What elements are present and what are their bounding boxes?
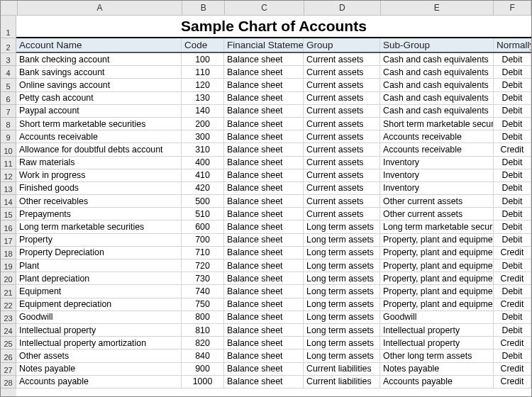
cell-account-name[interactable]: Accounts receivable	[16, 130, 182, 142]
cell-group[interactable]: Long term assets	[304, 234, 380, 246]
cell-sub-group[interactable]: Notes payable	[380, 363, 494, 375]
cell-sub-group[interactable]: Intellectual property	[380, 324, 494, 336]
cell-account-name[interactable]: Goodwill	[16, 311, 182, 323]
row-head-11[interactable]: 11	[1, 157, 16, 169]
row-head-16[interactable]: 16	[1, 220, 16, 233]
row-head-12[interactable]: 12	[1, 169, 16, 182]
header-group[interactable]: Group	[304, 38, 380, 52]
cell-financial-statement[interactable]: Balance sheet	[224, 169, 304, 181]
cell-group[interactable]: Current assets	[304, 208, 380, 220]
cell-financial-statement[interactable]: Balance sheet	[224, 53, 304, 65]
cell-account-name[interactable]: Raw materials	[16, 157, 182, 169]
cell-account-name[interactable]: Prepayments	[16, 208, 182, 220]
cell-code[interactable]: 720	[182, 259, 224, 272]
cell-financial-statement[interactable]: Balance sheet	[224, 157, 304, 169]
cell-normally[interactable]: Debit	[494, 220, 531, 233]
cell-normally[interactable]: Credit	[494, 298, 531, 311]
cell-group[interactable]: Long term assets	[304, 324, 380, 336]
cell-financial-statement[interactable]: Balance sheet	[224, 130, 304, 142]
row-head-13[interactable]: 13	[1, 182, 16, 195]
cell-code[interactable]: 130	[182, 92, 224, 104]
cell-account-name[interactable]: Bank savings account	[16, 66, 182, 78]
row-head-8[interactable]: 8	[1, 118, 16, 130]
cell-group[interactable]: Current assets	[304, 79, 380, 91]
cell-account-name[interactable]: Online savings account	[16, 79, 182, 91]
cell-group[interactable]: Long term assets	[304, 247, 380, 259]
cell-normally[interactable]: Debit	[494, 195, 531, 207]
row-head-1[interactable]: 1	[1, 16, 16, 38]
cell-sub-group[interactable]: Accounts receivable	[380, 143, 494, 155]
cell-group[interactable]: Long term assets	[304, 311, 380, 323]
cell-code[interactable]: 730	[182, 272, 224, 284]
cell-code[interactable]: 100	[182, 53, 224, 65]
row-head-19[interactable]: 19	[1, 259, 16, 272]
cell-financial-statement[interactable]: Balance sheet	[224, 272, 304, 284]
row-head-9[interactable]: 9	[1, 130, 16, 143]
cell-account-name[interactable]: Property	[16, 234, 182, 246]
cell-sub-group[interactable]: Intellectual property	[380, 337, 494, 349]
cell-sub-group[interactable]: Accounts receivable	[380, 130, 494, 142]
cell-normally[interactable]: Debit	[494, 169, 531, 181]
cell-financial-statement[interactable]: Balance sheet	[224, 285, 304, 297]
cell-sub-group[interactable]: Property, plant and equipment	[380, 272, 494, 284]
cell-normally[interactable]: Credit	[494, 363, 531, 375]
cell-code[interactable]: 500	[182, 195, 224, 207]
cell-normally[interactable]: Debit	[494, 259, 531, 272]
row-head-15[interactable]: 15	[1, 208, 16, 220]
cell-sub-group[interactable]: Inventory	[380, 169, 494, 181]
row-head-7[interactable]: 7	[1, 105, 16, 118]
cell-group[interactable]: Current assets	[304, 105, 380, 117]
cell-normally[interactable]: Debit	[494, 130, 531, 142]
cell-sub-group[interactable]: Cash and cash equivalents	[380, 92, 494, 104]
cell-code[interactable]: 200	[182, 118, 224, 130]
cell-code[interactable]: 120	[182, 79, 224, 91]
cell-sub-group[interactable]: Property, plant and equipment	[380, 298, 494, 311]
row-head-24[interactable]: 24	[1, 324, 16, 337]
row-head-5[interactable]: 5	[1, 79, 16, 91]
cell-sub-group[interactable]: Property, plant and equipment	[380, 259, 494, 272]
cell-group[interactable]: Long term assets	[304, 298, 380, 311]
cell-account-name[interactable]: Equipment	[16, 285, 182, 297]
cell-account-name[interactable]: Equipment depreciation	[16, 298, 182, 311]
cell-account-name[interactable]: Work in progress	[16, 169, 182, 181]
cell-financial-statement[interactable]: Balance sheet	[224, 220, 304, 233]
select-all-corner[interactable]	[1, 1, 18, 15]
cell-sub-group[interactable]: Inventory	[380, 157, 494, 169]
cell-group[interactable]: Current assets	[304, 157, 380, 169]
row-head-21[interactable]: 21	[1, 285, 16, 298]
cell-code[interactable]: 420	[182, 182, 224, 194]
col-head-D[interactable]: D	[304, 1, 381, 15]
cell-account-name[interactable]: Finished goods	[16, 182, 182, 194]
cell-normally[interactable]: Debit	[494, 208, 531, 220]
cell-sub-group[interactable]: Cash and cash equivalents	[380, 66, 494, 78]
cell-code[interactable]: 400	[182, 157, 224, 169]
row-head-6[interactable]: 6	[1, 92, 16, 105]
cell-normally[interactable]: Debit	[494, 66, 531, 78]
cell-account-name[interactable]: Long term marketable securities	[16, 220, 182, 233]
header-sub-group[interactable]: Sub-Group	[380, 38, 494, 52]
cell-code[interactable]: 710	[182, 247, 224, 259]
cell-sub-group[interactable]: Short term marketable securities	[380, 118, 494, 130]
cell-normally[interactable]: Debit	[494, 79, 531, 91]
cell-financial-statement[interactable]: Balance sheet	[224, 105, 304, 117]
cell-financial-statement[interactable]: Balance sheet	[224, 195, 304, 207]
cell-account-name[interactable]: Short term marketable securities	[16, 118, 182, 130]
row-head-26[interactable]: 26	[1, 350, 16, 362]
cell-sub-group[interactable]: Goodwill	[380, 311, 494, 323]
cell-sub-group[interactable]: Accounts payable	[380, 376, 494, 388]
cell-normally[interactable]: Credit	[494, 337, 531, 349]
row-head-20[interactable]: 20	[1, 272, 16, 285]
row-head-22[interactable]: 22	[1, 298, 16, 311]
cell-sub-group[interactable]: Other current assets	[380, 195, 494, 207]
cell-account-name[interactable]: Other assets	[16, 350, 182, 362]
cell-code[interactable]: 740	[182, 285, 224, 297]
cell-sub-group[interactable]: Cash and cash equivalents	[380, 79, 494, 91]
cell-financial-statement[interactable]: Balance sheet	[224, 182, 304, 194]
cell-group[interactable]: Current assets	[304, 169, 380, 181]
row-head-3[interactable]: 3	[1, 53, 16, 66]
row-head-2[interactable]: 2	[1, 38, 16, 53]
cell-normally[interactable]: Debit	[494, 350, 531, 362]
cell-normally[interactable]: Debit	[494, 53, 531, 65]
cell-code[interactable]: 310	[182, 143, 224, 155]
cell-account-name[interactable]: Notes payable	[16, 363, 182, 375]
